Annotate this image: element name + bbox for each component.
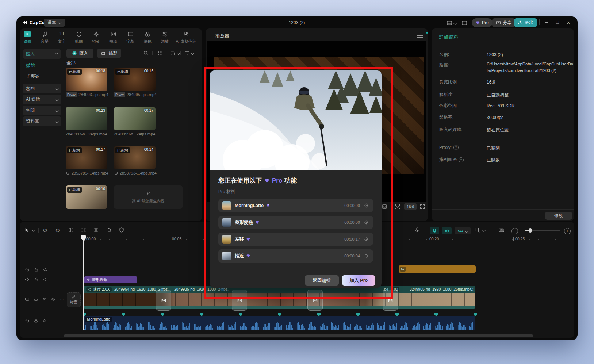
share-button[interactable]: 分享 — [492, 18, 515, 27]
modify-button[interactable]: 修改 — [545, 212, 572, 220]
sort-control[interactable] — [170, 50, 180, 56]
pro-badge-button[interactable]: Pro — [472, 18, 493, 27]
media-thumbnail[interactable]: 已新增 00:16 — [114, 68, 156, 91]
aspect-ratio-button[interactable]: 16:9 — [404, 203, 417, 210]
capcut-window: CapCut 選單 1203 (2) Pro 分享 匯出 – □ × 媒體 音樂… — [16, 16, 578, 340]
sidebar-item-media[interactable]: 媒體 — [26, 62, 35, 69]
cover-button[interactable]: 封面 — [67, 292, 81, 307]
select-mode-button[interactable] — [475, 227, 485, 233]
join-pro-button[interactable]: 加入 Pro — [342, 275, 375, 286]
audio-clip-label: MorningLatte — [85, 317, 112, 322]
horizontal-scrollbar[interactable] — [64, 334, 533, 337]
media-thumbnail[interactable]: 已新增 00:10 — [66, 185, 107, 209]
tab-transitions[interactable]: 轉場 — [105, 31, 122, 44]
text-clip[interactable] — [399, 265, 476, 273]
header-divider — [166, 51, 166, 55]
media-thumbnail[interactable]: 00:17 — [114, 107, 156, 130]
zoom-fit-button[interactable] — [498, 227, 505, 233]
tab-effects[interactable]: 特效 — [88, 31, 104, 44]
delete-button[interactable] — [106, 227, 112, 233]
maximize-button[interactable]: □ — [555, 19, 560, 25]
sidebar-item-yours[interactable]: 您的 — [23, 84, 61, 93]
record-button[interactable]: 錄製 — [97, 49, 121, 58]
slider-handle[interactable] — [529, 228, 532, 233]
split-left-button[interactable] — [81, 227, 87, 233]
effect-clip[interactable]: 菱形變焦 — [84, 276, 137, 283]
pro-item-row[interactable]: 菱形變焦 00:00:00 — [218, 216, 373, 229]
voiceover-button[interactable] — [414, 227, 420, 233]
video-clip-filmstrip[interactable] — [84, 293, 475, 306]
tab-ai-avatar[interactable]: AI 虛擬替身 — [171, 31, 200, 44]
zoom-in-button[interactable]: + — [564, 228, 571, 234]
preview-axis-toggle[interactable] — [442, 227, 452, 234]
minimize-button[interactable]: – — [544, 19, 549, 25]
close-button[interactable]: × — [566, 19, 571, 26]
locate-icon[interactable] — [364, 203, 369, 208]
panel-layout-icon[interactable] — [461, 20, 467, 26]
added-badge: 已新增 — [67, 187, 82, 193]
tab-adjust[interactable]: 調整 — [156, 31, 173, 44]
select-tool[interactable] — [24, 227, 35, 233]
sidebar-item-ai-media[interactable]: AI 媒體 — [23, 95, 61, 104]
back-to-edit-button[interactable]: 返回編輯 — [305, 275, 339, 286]
ai-generate-card[interactable]: 讓 AI 幫您產生內容 — [114, 185, 183, 209]
tab-label: 特效 — [92, 39, 100, 44]
tab-filters[interactable]: 濾鏡 — [139, 31, 156, 44]
trash-icon — [106, 227, 112, 233]
chevron-down-icon — [58, 21, 62, 24]
menu-button[interactable]: 選單 — [44, 19, 65, 27]
mask-button[interactable] — [119, 227, 124, 233]
sidebar-item-import[interactable]: 匯入 — [23, 49, 61, 59]
tab-captions[interactable]: 字幕 — [122, 31, 139, 44]
dialog-title: 您正在使用以下 Pro 功能 — [218, 176, 297, 185]
tab-media[interactable]: 媒體 — [19, 31, 36, 44]
media-thumbnail[interactable]: 已新增 00:18 — [66, 68, 107, 91]
export-button[interactable]: 匯出 — [514, 18, 537, 27]
sidebar-item-library[interactable]: 資料庫 — [23, 116, 61, 126]
camera-icon — [101, 51, 107, 56]
layout-switcher[interactable] — [447, 19, 467, 27]
preview-zoom-icon[interactable] — [395, 204, 401, 210]
layout-icon[interactable] — [447, 20, 452, 26]
duration-label: 00:23 — [96, 108, 105, 112]
pro-item-row[interactable]: MorningLatte 00:00:00 — [218, 199, 373, 212]
media-thumbnail[interactable]: 已新增 00:17 — [66, 146, 107, 169]
help-icon[interactable]: ? — [459, 157, 464, 162]
pro-item-row[interactable]: 推近 00:00:04 — [218, 249, 373, 263]
mirror-frame-icon[interactable] — [382, 204, 387, 210]
tab-audio[interactable]: 音樂 — [36, 31, 53, 44]
filter-control[interactable] — [184, 50, 194, 56]
locate-icon[interactable] — [364, 237, 369, 242]
snap-toggle[interactable] — [430, 227, 439, 234]
search-icon[interactable] — [143, 50, 149, 56]
audio-clip[interactable]: MorningLatte — [84, 316, 475, 330]
redo-button[interactable]: ↻ — [55, 227, 60, 234]
locate-icon[interactable] — [364, 253, 369, 258]
view-mode-icon[interactable] — [157, 50, 162, 56]
pro-item-row[interactable]: 左移 00:00:17 — [218, 233, 373, 246]
import-media-button[interactable]: 匯入 — [66, 49, 93, 58]
zoom-out-button[interactable]: − — [511, 228, 518, 234]
dialog-video-preview[interactable] — [210, 70, 382, 170]
help-icon[interactable]: ? — [453, 145, 459, 150]
sidebar-item-space[interactable]: 空間 — [23, 106, 61, 115]
media-thumbnail[interactable]: 已新增 00:14 — [114, 146, 156, 169]
fullscreen-icon[interactable] — [419, 204, 425, 210]
tab-sticker[interactable]: 貼圖 — [70, 31, 87, 44]
media-group-label: 全部 — [66, 60, 76, 66]
hamburger-icon — [417, 35, 423, 36]
split-right-button[interactable] — [93, 227, 99, 233]
chevron-down-icon[interactable] — [453, 21, 457, 25]
tab-text[interactable]: TI文字 — [53, 31, 70, 44]
timeline-zoom-slider[interactable] — [525, 230, 560, 231]
media-filename: 2849997-h...24fps.mp4 — [66, 131, 107, 137]
player-menu-button[interactable] — [417, 34, 423, 41]
funnel-icon — [184, 50, 190, 56]
dialog-footer-divider — [210, 266, 382, 266]
undo-button[interactable]: ↺ — [43, 227, 47, 234]
media-thumbnail[interactable]: 00:23 — [66, 107, 107, 130]
split-button[interactable] — [68, 227, 74, 233]
locate-icon[interactable] — [364, 220, 369, 225]
link-toggle[interactable] — [455, 227, 471, 234]
sidebar-item-subproject[interactable]: 子專案 — [26, 73, 40, 80]
